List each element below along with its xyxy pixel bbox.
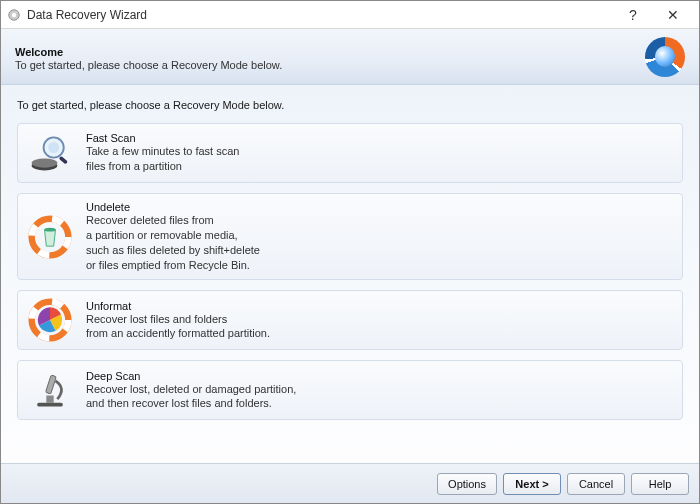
main-area: To get started, please choose a Recovery… xyxy=(1,85,699,463)
footer: Options Next > Cancel Help xyxy=(1,463,699,503)
mode-desc: Recover lost, deleted or damaged partiti… xyxy=(86,382,296,412)
svg-rect-6 xyxy=(59,156,68,165)
mode-desc: Recover deleted files from a partition o… xyxy=(86,213,260,272)
recycle-bin-lifering-icon xyxy=(28,215,72,259)
main-prompt: To get started, please choose a Recovery… xyxy=(17,99,683,111)
pie-lifering-icon xyxy=(28,298,72,342)
header-band: Welcome To get started, please choose a … xyxy=(1,29,699,85)
cancel-button[interactable]: Cancel xyxy=(567,473,625,495)
help-footer-button[interactable]: Help xyxy=(631,473,689,495)
header-welcome: Welcome xyxy=(15,46,645,58)
svg-rect-14 xyxy=(45,375,56,394)
svg-rect-12 xyxy=(37,403,63,407)
titlebar: Data Recovery Wizard ? ✕ xyxy=(1,1,699,29)
svg-point-9 xyxy=(45,228,56,232)
close-button[interactable]: ✕ xyxy=(653,4,693,26)
magnifier-disk-icon xyxy=(28,131,72,175)
app-icon xyxy=(7,8,21,22)
mode-unformat[interactable]: Unformat Recover lost files and folders … xyxy=(17,290,683,350)
mode-desc: Recover lost files and folders from an a… xyxy=(86,312,270,342)
help-button[interactable]: ? xyxy=(613,4,653,26)
header-subtitle: To get started, please choose a Recovery… xyxy=(15,59,645,71)
svg-point-3 xyxy=(32,159,58,168)
mode-fast-scan[interactable]: Fast Scan Take a few minutes to fast sca… xyxy=(17,123,683,183)
mode-desc: Take a few minutes to fast scan files fr… xyxy=(86,144,239,174)
mode-deep-scan[interactable]: Deep Scan Recover lost, deleted or damag… xyxy=(17,360,683,420)
mode-list: Fast Scan Take a few minutes to fast sca… xyxy=(17,123,683,420)
svg-rect-13 xyxy=(46,396,53,403)
lifering-icon xyxy=(645,37,685,77)
svg-point-1 xyxy=(12,12,16,16)
mode-title: Fast Scan xyxy=(86,132,239,144)
mode-title: Unformat xyxy=(86,300,270,312)
window-title: Data Recovery Wizard xyxy=(27,8,613,22)
mode-undelete[interactable]: Undelete Recover deleted files from a pa… xyxy=(17,193,683,280)
microscope-icon xyxy=(28,368,72,412)
options-button[interactable]: Options xyxy=(437,473,497,495)
mode-title: Undelete xyxy=(86,201,260,213)
next-button[interactable]: Next > xyxy=(503,473,561,495)
svg-point-5 xyxy=(48,142,59,153)
mode-title: Deep Scan xyxy=(86,370,296,382)
